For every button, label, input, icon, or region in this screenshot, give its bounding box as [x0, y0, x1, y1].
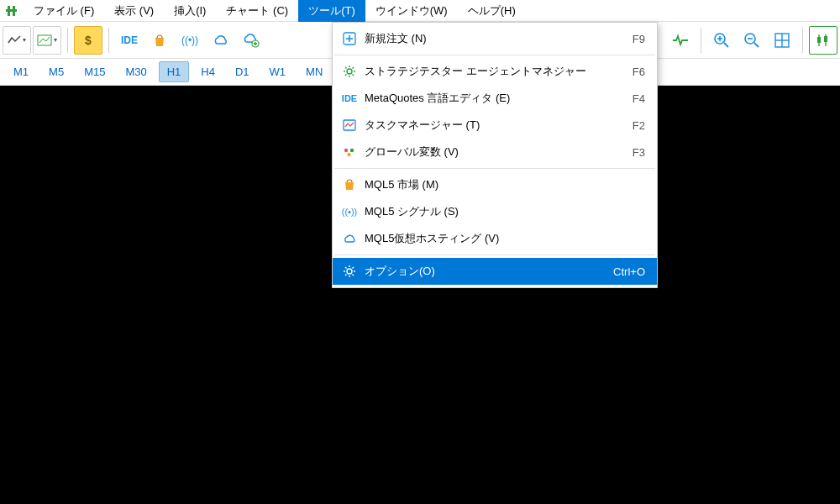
- candles-button[interactable]: [809, 26, 837, 55]
- timeframe-h1[interactable]: H1: [159, 61, 190, 82]
- menu-item-plus[interactable]: 新規注文 (N)F9: [333, 25, 657, 52]
- menu-item-signal[interactable]: ((•))MQL5 シグナル (S): [333, 198, 657, 225]
- svg-point-36: [350, 149, 354, 152]
- menu-item-gear[interactable]: ストラテジテスター エージェントマネジャーF6: [333, 58, 657, 85]
- globals-icon: [339, 146, 360, 158]
- market-button[interactable]: [145, 26, 174, 55]
- pulse-button[interactable]: [666, 26, 695, 55]
- svg-point-35: [344, 149, 348, 152]
- toolbar-separator: [701, 28, 701, 53]
- signal-icon: ((•)): [181, 34, 198, 46]
- svg-line-31: [353, 75, 354, 76]
- menu-item-4[interactable]: ツール(T): [298, 0, 365, 22]
- bag-icon: [152, 33, 167, 48]
- chart-type-button[interactable]: ▾: [3, 26, 31, 55]
- menu-item-shortcut: Ctrl+O: [613, 265, 650, 278]
- pulse-icon: [672, 34, 689, 47]
- task-icon: [339, 119, 360, 131]
- timeframe-h4[interactable]: H4: [192, 61, 223, 82]
- ide-icon: IDE: [339, 93, 360, 103]
- cloud-icon: [339, 233, 360, 244]
- timeframe-m1[interactable]: M1: [5, 61, 37, 82]
- options-icon: [339, 265, 360, 278]
- tools-menu-dropdown: 新規注文 (N)F9ストラテジテスター エージェントマネジャーF6IDEMeta…: [332, 22, 658, 288]
- zoom-in-icon: [713, 32, 730, 49]
- menu-item-shortcut: F9: [633, 33, 650, 45]
- menu-separator: [334, 168, 655, 169]
- svg-line-33: [353, 67, 354, 69]
- menu-item-globals[interactable]: グローバル変数 (V)F3: [333, 139, 657, 165]
- menu-item-label: MQL5 シグナル (S): [360, 204, 645, 219]
- timeframe-w1[interactable]: W1: [261, 61, 295, 82]
- menu-item-shortcut: F4: [633, 92, 650, 105]
- svg-point-25: [347, 69, 352, 74]
- svg-rect-3: [11, 9, 17, 12]
- menu-item-6[interactable]: ヘルプ(H): [458, 0, 526, 22]
- menu-item-5[interactable]: ウインドウ(W): [365, 0, 458, 22]
- cloud-plus-icon: [241, 33, 260, 48]
- candles-icon: [815, 33, 832, 48]
- timeframe-m30[interactable]: M30: [117, 61, 155, 82]
- svg-line-46: [353, 267, 354, 269]
- svg-point-37: [347, 153, 350, 156]
- menu-item-shortcut: F2: [633, 119, 650, 132]
- ide-icon: IDE: [121, 34, 138, 46]
- menu-item-ide[interactable]: IDEMetaQuotes 言語エディタ (E)F4: [333, 85, 657, 112]
- menu-item-label: MetaQuotes 言語エディタ (E): [360, 91, 633, 106]
- menu-item-label: MQL5 市場 (M): [360, 177, 645, 192]
- gear-icon: [339, 65, 360, 78]
- signals-button[interactable]: ((•)): [176, 26, 204, 55]
- toolbar-separator: [67, 28, 68, 53]
- menu-item-shortcut: F3: [633, 146, 650, 159]
- menu-item-1[interactable]: 表示 (V): [104, 0, 164, 22]
- dollar-button[interactable]: $: [74, 26, 102, 55]
- menu-item-task[interactable]: タスクマネージャー (T)F2: [333, 112, 657, 139]
- svg-line-32: [345, 75, 347, 76]
- grid-icon: [774, 32, 790, 49]
- zoom-out-button[interactable]: [738, 26, 766, 55]
- menu-item-3[interactable]: チャート (C): [216, 0, 298, 22]
- svg-line-43: [345, 267, 347, 269]
- menu-item-market[interactable]: MQL5 市場 (M): [333, 171, 657, 198]
- toolbar-separator: [802, 28, 803, 53]
- zoom-out-icon: [743, 32, 760, 49]
- menubar: ファイル (F)表示 (V)挿入(I)チャート (C)ツール(T)ウインドウ(W…: [0, 0, 840, 22]
- menu-item-0[interactable]: ファイル (F): [24, 0, 104, 22]
- chart-style-button[interactable]: ▾: [33, 26, 61, 55]
- dollar-icon: $: [85, 34, 92, 47]
- timeframe-m5[interactable]: M5: [40, 61, 72, 82]
- timeframe-mn[interactable]: MN: [297, 61, 331, 82]
- cloud-add-button[interactable]: [236, 26, 265, 55]
- menu-item-label: ストラテジテスター エージェントマネジャー: [360, 64, 633, 79]
- grid-button[interactable]: [768, 26, 796, 55]
- svg-line-45: [345, 275, 347, 276]
- svg-line-44: [353, 275, 354, 276]
- signal-icon: ((•)): [339, 207, 360, 217]
- zoom-in-button[interactable]: [707, 26, 736, 55]
- menu-item-label: グローバル変数 (V): [360, 144, 633, 160]
- svg-rect-21: [824, 36, 827, 42]
- menu-item-shortcut: F6: [633, 66, 650, 78]
- menu-item-label: 新規注文 (N): [360, 31, 633, 46]
- cloud-icon: [212, 34, 228, 47]
- menu-item-options[interactable]: オプション(O)Ctrl+O: [333, 258, 657, 285]
- menu-item-label: MQL5仮想ホスティング (V): [360, 231, 645, 246]
- market-icon: [339, 178, 360, 192]
- ide-button[interactable]: IDE: [115, 26, 144, 55]
- toolbar-separator: [108, 28, 109, 53]
- plus-icon: [339, 32, 360, 45]
- svg-line-14: [754, 43, 759, 47]
- app-icon: [0, 4, 24, 18]
- menu-item-label: オプション(O): [360, 264, 613, 279]
- menu-item-2[interactable]: 挿入(I): [164, 0, 216, 22]
- cloud-button[interactable]: [206, 26, 234, 55]
- menu-separator: [334, 255, 655, 255]
- svg-rect-2: [6, 9, 12, 12]
- menu-item-cloud[interactable]: MQL5仮想ホスティング (V): [333, 225, 657, 252]
- svg-rect-19: [817, 37, 821, 43]
- svg-point-38: [347, 269, 352, 274]
- menu-item-label: タスクマネージャー (T): [360, 118, 633, 133]
- timeframe-d1[interactable]: D1: [227, 61, 258, 82]
- timeframe-m15[interactable]: M15: [76, 61, 113, 82]
- menu-separator: [334, 55, 655, 55]
